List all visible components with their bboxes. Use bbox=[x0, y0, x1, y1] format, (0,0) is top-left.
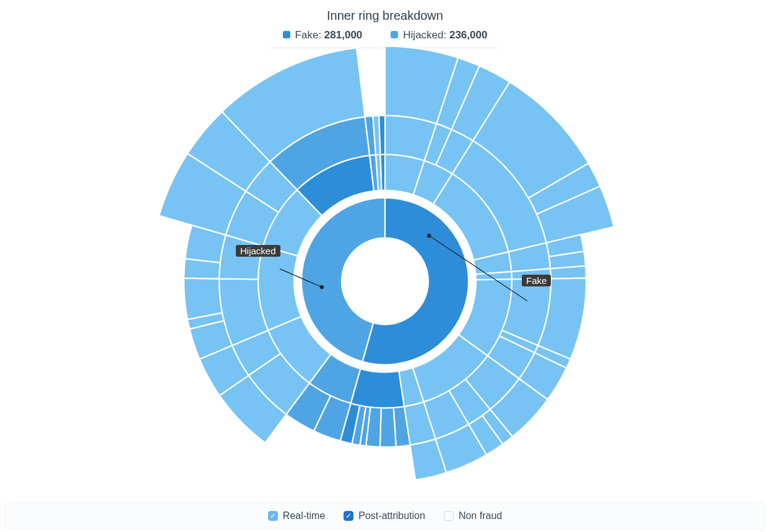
callout-dot bbox=[427, 234, 431, 238]
callout-dot bbox=[320, 285, 324, 289]
sunburst-segment[interactable] bbox=[184, 278, 222, 320]
checkbox-icon: ✓ bbox=[344, 511, 353, 521]
checkbox-icon bbox=[444, 511, 454, 521]
filter-bar: ✓ Real-time ✓ Post-attribution Non fraud bbox=[5, 502, 765, 530]
filter-realtime[interactable]: ✓ Real-time bbox=[268, 510, 325, 521]
checkbox-icon: ✓ bbox=[268, 511, 278, 521]
sunburst-segment[interactable] bbox=[258, 246, 301, 330]
chart-title: Inner ring breakdown bbox=[0, 0, 770, 23]
filter-nonfraud-label: Non fraud bbox=[459, 510, 502, 521]
filter-non-fraud[interactable]: Non fraud bbox=[444, 510, 502, 521]
sunburst-chart[interactable] bbox=[131, 28, 639, 532]
sunburst-segment[interactable] bbox=[380, 408, 396, 447]
filter-realtime-label: Real-time bbox=[283, 510, 325, 521]
filter-postattr-label: Post-attribution bbox=[358, 510, 425, 521]
filter-post-attribution[interactable]: ✓ Post-attribution bbox=[344, 510, 425, 521]
sunburst-segment[interactable] bbox=[379, 116, 385, 155]
sunburst-segment[interactable] bbox=[381, 155, 385, 191]
sunburst-segment[interactable] bbox=[550, 266, 586, 279]
